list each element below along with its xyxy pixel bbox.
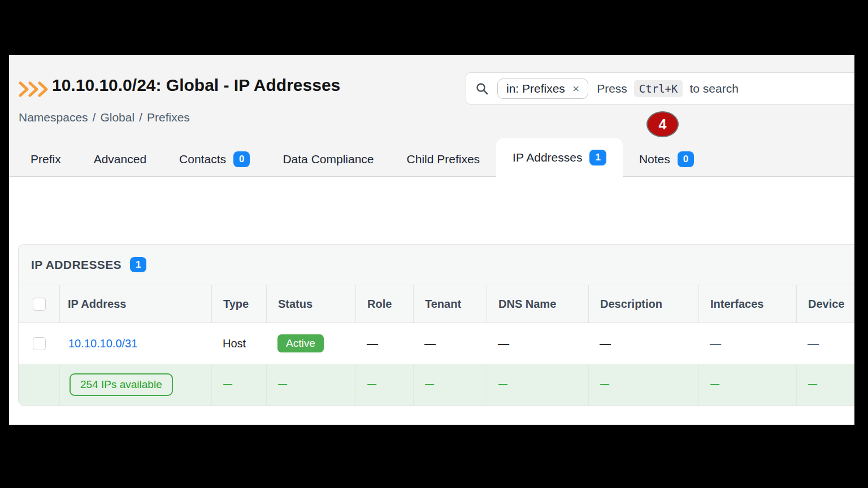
global-search-input[interactable]: in: Prefixes × Press Ctrl+K to search xyxy=(466,72,854,104)
col-type: Type xyxy=(211,285,266,323)
tab-label: Contacts xyxy=(179,152,226,166)
tab-label: Prefix xyxy=(31,152,61,166)
app-logo-chevrons-icon xyxy=(19,81,50,98)
tab-advanced[interactable]: Advanced xyxy=(77,142,163,177)
col-dns-name: DNS Name xyxy=(487,285,588,323)
tab-contacts[interactable]: Contacts 0 xyxy=(163,142,266,177)
tab-ip-addresses[interactable]: IP Addresses 1 xyxy=(496,138,623,177)
col-interfaces: Interfaces xyxy=(698,285,796,323)
cell-device: — xyxy=(796,323,854,364)
available-ips-row: 254 IPs available — — — — — — — — xyxy=(19,364,854,405)
available-cell-description: — xyxy=(588,364,698,405)
panel-count-badge: 1 xyxy=(130,257,146,272)
available-ips-button[interactable]: 254 IPs available xyxy=(70,373,173,396)
cell-ip-address: 10.10.10.0/31 xyxy=(59,323,211,364)
cell-type: Host xyxy=(211,323,266,364)
available-cell-status: — xyxy=(266,364,355,405)
available-cell-device: — xyxy=(796,364,854,405)
cell-interfaces: — xyxy=(698,323,796,364)
available-select-cell xyxy=(19,364,59,405)
breadcrumb-separator: / xyxy=(93,111,96,124)
search-hint: Press Ctrl+K to search xyxy=(597,80,739,97)
col-ip-address: IP Address xyxy=(59,285,211,323)
ip-address-link[interactable]: 10.10.10.0/31 xyxy=(68,337,137,350)
available-label-cell: 254 IPs available xyxy=(59,364,211,405)
tab-notes-count-badge: 0 xyxy=(678,151,694,167)
row-select-cell xyxy=(19,323,59,364)
ip-addresses-panel: IP ADDRESSES 1 IP Address Type Status Ro… xyxy=(18,244,854,406)
cell-status: Active xyxy=(266,323,355,364)
status-badge-active: Active xyxy=(277,334,324,352)
page-title: 10.10.10.0/24: Global - IP Addresses xyxy=(52,76,340,95)
available-cell-interfaces: — xyxy=(698,364,796,405)
available-cell-role: — xyxy=(355,364,413,405)
tab-label: Notes xyxy=(639,152,670,166)
table-header-row: IP Address Type Status Role Tenant DNS N… xyxy=(19,285,854,323)
search-hint-after: to search xyxy=(689,82,738,95)
breadcrumb-prefixes[interactable]: Prefixes xyxy=(147,111,190,124)
app-window: 10.10.10.0/24: Global - IP Addresses Nam… xyxy=(9,55,854,425)
col-tenant: Tenant xyxy=(413,285,487,323)
table-row: 10.10.10.0/31 Host Active — — — — — — xyxy=(19,323,854,364)
tab-prefix[interactable]: Prefix xyxy=(14,142,77,177)
tab-label: IP Addresses xyxy=(513,151,582,164)
panel-header: IP ADDRESSES 1 xyxy=(19,245,854,285)
breadcrumb: Namespaces / Global / Prefixes xyxy=(19,111,190,124)
detail-tabs: Prefix Advanced Contacts 0 Data Complian… xyxy=(14,138,710,177)
tab-child-prefixes[interactable]: Child Prefixes xyxy=(390,142,497,177)
col-device: Device xyxy=(796,285,854,323)
annotation-marker-4: 4 xyxy=(646,111,679,137)
header-select-cell xyxy=(19,285,59,323)
panel-title: IP ADDRESSES xyxy=(31,258,121,272)
col-status: Status xyxy=(266,285,355,323)
tab-contacts-count-badge: 0 xyxy=(233,151,250,167)
cell-dns-name: — xyxy=(487,323,588,364)
tab-label: Advanced xyxy=(94,152,146,166)
breadcrumb-namespaces[interactable]: Namespaces xyxy=(19,111,88,124)
tab-label: Child Prefixes xyxy=(407,152,480,166)
tab-data-compliance[interactable]: Data Compliance xyxy=(266,142,390,177)
tab-notes[interactable]: Notes 0 xyxy=(623,142,710,177)
col-description: Description xyxy=(588,285,698,323)
available-cell-type: — xyxy=(211,364,266,405)
available-cell-dns-name: — xyxy=(487,364,588,405)
cell-role: — xyxy=(355,323,413,364)
breadcrumb-separator: / xyxy=(139,111,142,124)
tab-label: Data Compliance xyxy=(283,152,374,166)
search-filter-chip[interactable]: in: Prefixes × xyxy=(497,79,588,99)
search-hint-before: Press xyxy=(597,82,627,95)
chip-remove-icon[interactable]: × xyxy=(572,82,579,94)
search-icon xyxy=(475,82,489,95)
top-header-section: 10.10.10.0/24: Global - IP Addresses Nam… xyxy=(9,55,854,177)
available-cell-tenant: — xyxy=(413,364,487,405)
search-filter-chip-label: in: Prefixes xyxy=(506,82,565,95)
ctrl-k-kbd: Ctrl+K xyxy=(634,80,683,97)
tab-ip-addresses-count-badge: 1 xyxy=(589,150,606,165)
col-role: Role xyxy=(355,285,413,323)
breadcrumb-global[interactable]: Global xyxy=(100,111,134,124)
cell-tenant: — xyxy=(413,323,487,364)
row-checkbox[interactable] xyxy=(33,337,46,350)
cell-description: — xyxy=(588,323,698,364)
select-all-checkbox[interactable] xyxy=(33,298,46,311)
